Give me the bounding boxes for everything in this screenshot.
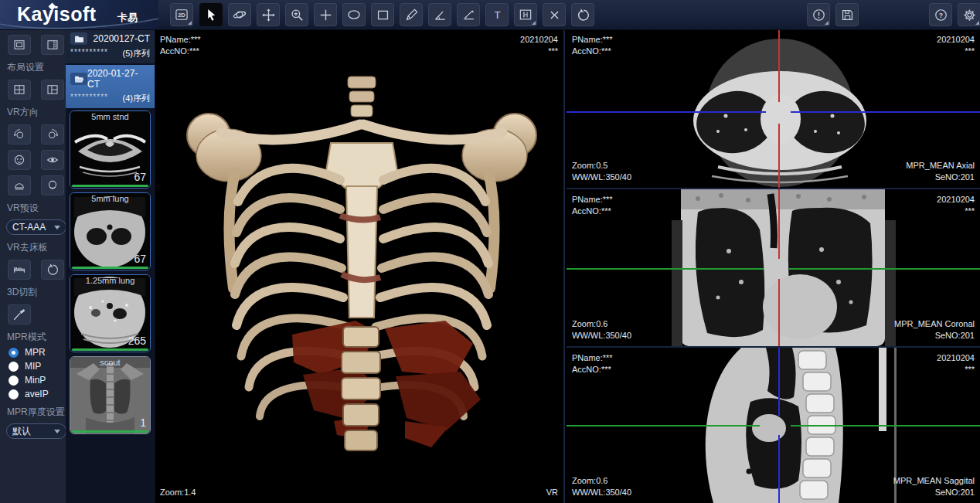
2d-view-button[interactable]: 2D (170, 3, 193, 26)
dropdown-corner-badge (188, 21, 192, 25)
vr-date-overlay: 20210204 *** (520, 34, 558, 57)
sagittal-crosshair-horizontal[interactable] (567, 425, 760, 427)
pan-icon (261, 8, 276, 22)
info-button[interactable] (807, 3, 830, 26)
bed-reset-button[interactable] (41, 260, 64, 280)
gear-icon (962, 8, 977, 22)
coronal-crosshair-horizontal[interactable] (567, 268, 764, 270)
ellipse-roi-button[interactable] (342, 3, 366, 26)
remove-bed-button[interactable] (8, 260, 31, 280)
layout-single-icon (12, 38, 26, 52)
vr-bed-removal-label: VR去床板 (0, 235, 66, 254)
viewport-sagittal[interactable]: PName:*** AccNO:*** 20210204 *** Zoom:0.… (567, 348, 980, 503)
vr-head-bottom-button[interactable] (41, 175, 64, 195)
mpr-mode-option-aveip[interactable]: aveIP (0, 386, 66, 399)
cursor-tool-button[interactable] (199, 3, 223, 26)
coronal-crosshair-vertical[interactable] (778, 279, 780, 346)
ruler-tool-button[interactable] (514, 3, 537, 26)
radio-selected-icon (9, 348, 19, 358)
rect-roi-button[interactable] (371, 3, 394, 26)
cobb-angle-tool-button[interactable] (457, 3, 480, 26)
vr-type-overlay: VR (546, 487, 558, 498)
layout-1-plus-2-button[interactable] (41, 80, 64, 100)
head-chin-icon (46, 178, 60, 192)
sagittal-date-overlay: 20210204 *** (937, 352, 975, 376)
sagittal-crosshair-vertical[interactable] (778, 435, 780, 503)
axial-zoom-overlay: Zoom:0.5 WW/WL:350/40 (572, 160, 631, 183)
pencil-tool-button[interactable] (400, 3, 423, 26)
text-annotation-button[interactable]: T (485, 3, 509, 26)
vr-preset-label: VR预设 (0, 195, 66, 215)
sagittal-crosshair-horizontal[interactable] (791, 425, 980, 427)
vr-face-front-button[interactable] (8, 150, 31, 170)
mpr-mode-option-mip[interactable]: MIP (0, 358, 66, 372)
layout-grid-2x2-icon (12, 83, 26, 97)
svg-text:T: T (494, 9, 500, 21)
scalpel-icon (12, 308, 26, 321)
svg-text:2D: 2D (178, 12, 185, 19)
viewport-axial[interactable]: PName:*** AccNO:*** 20210204 *** Zoom:0.… (567, 29, 980, 188)
save-icon (840, 8, 855, 22)
eye-icon (46, 153, 60, 167)
pan-tool-button[interactable] (257, 3, 280, 26)
layout-grid-2x2-button[interactable] (8, 80, 31, 100)
axial-crosshair-vertical[interactable] (778, 29, 780, 102)
axial-series-overlay: MPR_MEAN Axial SeNO:201 (906, 160, 975, 183)
vr-rotate-head-left-button[interactable] (8, 124, 31, 144)
series-thumbnail-5mm-lung[interactable]: 5mm lung 67 (70, 192, 151, 270)
help-icon: ? (934, 8, 948, 22)
study-item[interactable]: 20200127-CT ********** (5)序列 (66, 29, 155, 63)
vr-preset-select[interactable]: CT-AAA (6, 219, 66, 235)
series-thumbnail-5mm-stnd[interactable]: 5mm stnd 67 (70, 110, 151, 189)
zoom-tool-button[interactable] (285, 3, 308, 26)
coronal-crosshair-horizontal[interactable] (789, 268, 980, 270)
mpr-mode-option-mpr[interactable]: MPR (0, 344, 66, 358)
axial-date-overlay: 20210204 *** (937, 34, 975, 57)
cut-3d-button[interactable] (8, 304, 31, 325)
layout-side-panel-button[interactable] (41, 35, 64, 55)
sagittal-crosshair-vertical[interactable] (778, 348, 780, 416)
chevron-down-icon (54, 430, 60, 433)
layout-single-button[interactable] (8, 35, 31, 55)
axial-crosshair-vertical[interactable] (778, 124, 780, 188)
sagittal-patient-overlay: PName:*** AccNO:*** (572, 352, 613, 376)
app-logo: Kayisoft 卡易 (0, 0, 158, 29)
vr-head-top-button[interactable] (8, 175, 31, 195)
viewport-coronal[interactable]: PName:*** AccNO:*** 20210204 *** Zoom:0.… (567, 189, 980, 346)
axial-crosshair-horizontal[interactable] (567, 111, 766, 113)
radio-icon (9, 362, 19, 372)
crosshair-tool-button[interactable] (314, 3, 337, 26)
folder-closed-icon (70, 32, 87, 45)
study-item-selected[interactable]: 2020-01-27-CT ********** (4)序列 (66, 65, 155, 108)
chevron-down-icon (54, 226, 60, 229)
vr-rotate-head-right-button[interactable] (41, 124, 64, 144)
help-button[interactable]: ? (929, 3, 952, 26)
settings-button[interactable] (958, 3, 980, 26)
coronal-crosshair-vertical[interactable] (778, 189, 780, 259)
layout-side-panel-icon (46, 38, 60, 52)
vr-face-back-button[interactable] (41, 150, 64, 170)
reset-view-button[interactable] (571, 3, 594, 26)
vr-zoom-overlay: Zoom:1.4 (160, 487, 196, 498)
head-rotate-right-icon (46, 127, 60, 141)
mpr-mode-option-minp[interactable]: MinP (0, 372, 66, 386)
delete-annotation-button[interactable] (543, 3, 566, 26)
series-count: (4)序列 (123, 93, 150, 104)
viewport-vr[interactable]: PName:*** AccNO:*** 20210204 *** Zoom:1.… (155, 29, 565, 503)
toolbar-group-tools: T (199, 3, 594, 26)
rotate-3d-tool-button[interactable] (228, 3, 251, 26)
ruler-icon (518, 7, 533, 22)
mpr-thickness-value: 默认 (12, 425, 31, 438)
vr-direction-label: VR方向 (0, 100, 66, 119)
head-top-icon (12, 178, 26, 192)
mpr-mode-label: MPR模式 (0, 325, 66, 344)
pencil-icon (404, 8, 419, 22)
series-thumbnail-125mm-lung[interactable]: 1.25mm lung 265 (70, 274, 151, 352)
rotate-3d-icon (232, 7, 247, 22)
axial-crosshair-horizontal[interactable] (791, 111, 980, 113)
mpr-thickness-select[interactable]: 默认 (6, 423, 66, 439)
progress-bar (72, 267, 148, 269)
series-thumbnail-scout[interactable]: scout 1 (70, 356, 151, 434)
save-button[interactable] (835, 3, 859, 26)
angle-tool-button[interactable] (428, 3, 451, 26)
